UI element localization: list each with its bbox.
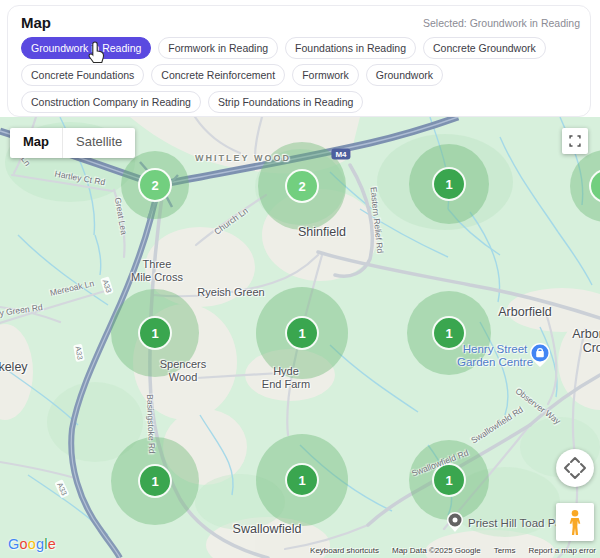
road-label: Church Ln [212, 205, 250, 236]
road-label: Mereoak Ln [49, 278, 95, 298]
map-attribution: Keyboard shortcuts Map Data ©2025 Google… [310, 546, 596, 555]
chip-groundwork-in-reading[interactable]: Groundwork in Reading [21, 37, 151, 59]
chip-construction-company-in-reading[interactable]: Construction Company in Reading [21, 91, 201, 113]
label-layer: WHITLEY WOODShinfieldThree Mile CrossRye… [0, 117, 600, 558]
road-label: Swallowfield Rd [469, 404, 525, 445]
chip-concrete-reinforcement[interactable]: Concrete Reinforcement [151, 64, 285, 86]
filter-chips: Groundwork in Reading Formwork in Readin… [21, 37, 582, 113]
place-label: Hyde End Farm [262, 365, 310, 391]
pan-arrows-icon [556, 449, 594, 487]
report-map-error-link[interactable]: Report a map error [528, 546, 596, 555]
place-label: Arborfield Cross [572, 327, 600, 355]
place-label: Three Mile Cross [131, 258, 183, 284]
place-label: Ryeish Green [197, 286, 264, 299]
map-data-credit: Map Data ©2025 Google [392, 546, 481, 555]
place-label: WHITLEY WOOD [195, 153, 291, 163]
terms-link[interactable]: Terms [494, 546, 516, 555]
keyboard-shortcuts-link[interactable]: Keyboard shortcuts [310, 546, 379, 555]
selected-note: Selected: Groundwork in Reading [423, 17, 580, 29]
a-road-shield: A33 [100, 276, 114, 295]
chip-foundations-in-reading[interactable]: Foundations in Reading [285, 37, 416, 59]
chip-concrete-foundations[interactable]: Concrete Foundations [21, 64, 144, 86]
motorway-shield: M4 [331, 149, 350, 160]
panel-title: Map [21, 14, 51, 31]
fullscreen-icon [567, 133, 583, 149]
map-type-map-button[interactable]: Map [10, 128, 62, 158]
dot-pin-icon[interactable] [446, 511, 464, 533]
chip-strip-foundations-in-reading[interactable]: Strip Foundations in Reading [208, 91, 363, 113]
poi-henry-street-garden-centre[interactable]: Henry Street Garden Centre [457, 343, 533, 369]
google-logo[interactable]: Google [8, 536, 56, 552]
map-panel-card: Map Selected: Groundwork in Reading Grou… [7, 5, 591, 117]
place-label: Arborfield [498, 305, 552, 319]
pan-control-button[interactable] [556, 449, 594, 487]
chip-formwork[interactable]: Formwork [292, 64, 359, 86]
place-label: Swallowfield [233, 522, 302, 536]
chip-concrete-groundwork[interactable]: Concrete Groundwork [423, 37, 546, 59]
pegman-icon [567, 509, 583, 536]
road-label: Hartley Ct Rd [54, 169, 106, 188]
road-label: Basingstoke Rd [145, 394, 157, 454]
road-label: y Green Rd [0, 302, 43, 318]
map-type-control: Map Satellite [10, 128, 135, 158]
road-label: Swallowfield Rd [410, 448, 470, 479]
road-label: Eastern Relief Rd [369, 186, 386, 253]
chip-groundwork[interactable]: Groundwork [366, 64, 443, 86]
a-road-shield: A33 [54, 479, 69, 499]
chip-formwork-in-reading[interactable]: Formwork in Reading [158, 37, 278, 59]
road-label: Great Lea [113, 197, 129, 236]
a-road-shield: A33 [73, 344, 85, 363]
pegman-button[interactable] [556, 503, 594, 541]
place-label: Spencers Wood [160, 358, 206, 384]
map-type-satellite-button[interactable]: Satellite [62, 128, 135, 158]
place-label: Shinfield [298, 225, 346, 239]
google-map[interactable]: 2212111111 WHITLEY WOODShinfieldThree Mi… [0, 117, 600, 558]
fullscreen-button[interactable] [562, 128, 588, 154]
place-label: keley [0, 360, 28, 374]
poi-priest-hill[interactable]: Priest Hill Toad Pat [468, 517, 565, 529]
